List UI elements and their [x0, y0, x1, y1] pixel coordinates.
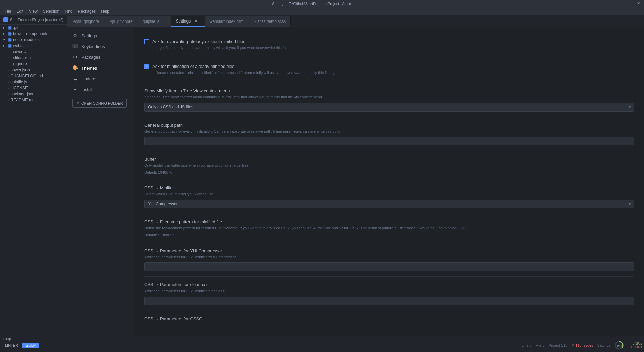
status-tag-linter[interactable]: LINTER	[2, 343, 21, 348]
tree-item-readme-md[interactable]: ·README.md	[0, 97, 67, 103]
close-button[interactable]: ✕	[636, 1, 641, 6]
input-general-output-path[interactable]	[144, 137, 634, 145]
setting-desc-general-output-path: General output path for every minificati…	[144, 129, 634, 134]
tab-label-css-gitignore: ~\css .gitignore	[72, 19, 99, 24]
menu-item-edit[interactable]: Edit	[14, 8, 26, 14]
setting-title-css-filename-pattern: CSS → Filename pattern for minified file	[144, 219, 634, 224]
file-tree-sidebar: StartFrontendProject [master ↑2] ▸▣.git▸…	[0, 15, 67, 336]
settings-nav-icon: ⚙	[72, 33, 78, 38]
themes-nav-icon: 🎨	[72, 65, 78, 71]
maximize-button[interactable]: □	[629, 1, 634, 6]
tree-item-label: webstart	[13, 43, 28, 48]
setting-title-css-params-clean: CSS → Parameters for clean-css	[144, 282, 634, 287]
status-tags: LINTERGULP	[2, 343, 39, 348]
settings-nav-keybindings[interactable]: ⌨Keybindings	[67, 41, 134, 52]
menu-item-packages[interactable]: Packages	[75, 8, 99, 14]
updates-nav-icon: ☁	[72, 76, 78, 81]
updates-nav-label: Updates	[81, 76, 97, 81]
status-bar-bottom: LINTERGULP Line 0 File 0 Project 116 ✕ 1…	[0, 342, 644, 349]
tab-css-gitignore[interactable]: ~\css .gitignore	[67, 16, 104, 27]
setting-css-params-yui: CSS → Parameters for YUI Compressor Addi…	[144, 243, 634, 277]
status-tag-gulp[interactable]: GULP	[22, 343, 39, 348]
tab-settings[interactable]: Settings✕	[171, 16, 205, 27]
settings-nav-updates[interactable]: ☁Updates	[67, 73, 134, 84]
tree-item--editorconfig[interactable]: ·.editorconfig	[0, 55, 67, 61]
tree-item-bower-json[interactable]: ·bower.json	[0, 67, 67, 73]
tree-item-label: bower_components	[13, 31, 48, 36]
project-header: StartFrontendProject [master ↑2]	[0, 15, 67, 25]
setting-desc-css-params-clean: Additional parameters for CSS minifier '…	[144, 288, 634, 294]
tree-item-label: node_modules	[13, 37, 40, 42]
setting-desc-buffer: Only modify the buffer size when you hav…	[144, 163, 634, 168]
setting-default-buffer: Default: 1048576	[144, 170, 634, 174]
tree-item-node-modules[interactable]: ▾▣node_modules	[0, 37, 67, 43]
tab-close-settings[interactable]: ✕	[194, 18, 198, 24]
settings-nav-install[interactable]: +Install	[67, 84, 134, 95]
progress-circle: 59%	[614, 341, 624, 350]
setting-css-minifier: CSS → Minifier Select which CSS minifier…	[144, 180, 634, 214]
menu-item-file[interactable]: File	[2, 8, 14, 14]
open-config-button[interactable]: ↗ OPEN CONFIG FOLDER	[72, 99, 127, 108]
file-tree: ▸▣.git▸▣bower_components▾▣node_modules▸▣…	[0, 25, 67, 103]
select-css-minifier[interactable]: YUI Compressorclean-cssCSSO	[144, 200, 634, 208]
project-info: Project 116	[549, 343, 568, 347]
setting-ask-minification: Ask for minification of already minified…	[144, 58, 634, 83]
menu-item-selection[interactable]: Selection	[40, 8, 62, 14]
tab-label-js-gitignore: ~\js .gitignore	[109, 19, 133, 24]
packages-nav-label: Packages	[81, 55, 100, 60]
setting-title-show-minify-item: Show Minify-item in Tree View context me…	[144, 88, 634, 93]
setting-desc-ask-minification: If filename contains '.min.', '.minified…	[152, 70, 340, 76]
setting-title-general-output-path: General output path	[144, 123, 634, 128]
input-css-params-clean[interactable]	[144, 297, 634, 305]
tab-scss-demo[interactable]: ~\scss demo.scss	[249, 16, 291, 27]
tree-item-package-json[interactable]: ·package.json	[0, 91, 67, 97]
tree-item--bowerrc[interactable]: ·.bowerrc	[0, 49, 67, 55]
select-show-minify-item[interactable]: Only on CSS and JS filesAlwaysNever	[144, 103, 634, 112]
tree-item-license[interactable]: ·LICENSE	[0, 85, 67, 91]
setting-title-buffer: Buffer	[144, 157, 634, 162]
file-icon: ·	[8, 74, 9, 78]
svg-text:59%: 59%	[617, 345, 622, 347]
file-icon: ·	[8, 55, 9, 60]
project-name: StartFrontendProject [master ↑2]	[10, 18, 63, 22]
folder-arrow-icon: ▸	[3, 26, 7, 29]
menu-item-view[interactable]: View	[26, 8, 40, 14]
file-info: File 0	[536, 343, 545, 347]
tab-webstart-index[interactable]: webstart index.html	[205, 16, 249, 27]
tree-item-label: LICENSE	[10, 86, 28, 90]
project-icon	[3, 17, 8, 22]
tree-item-changelog-md[interactable]: ·CHANGELOG.md	[0, 73, 67, 79]
net-stats: ↑ 0.3K/s ↓ 16.6K/s	[628, 342, 642, 349]
open-config-label: OPEN CONFIG FOLDER	[81, 101, 123, 105]
tree-item--git[interactable]: ▸▣.git	[0, 25, 67, 31]
tree-item-bower-components[interactable]: ▸▣bower_components	[0, 31, 67, 37]
tab-js-gitignore[interactable]: ~\js .gitignore	[104, 16, 138, 27]
checkbox-ask-minification[interactable]	[144, 64, 149, 69]
settings-nav-settings[interactable]: ⚙Settings	[67, 30, 134, 41]
tree-item-label: gulpfile.js	[10, 80, 27, 84]
title-bar: Settings - E:\Github\StartFrontendProjec…	[0, 0, 644, 7]
setting-desc-show-minify-item: If enbaled, Tree View context menu conta…	[144, 94, 634, 100]
menu-item-help[interactable]: Help	[98, 8, 112, 14]
tree-item-label: .editorconfig	[10, 55, 32, 60]
input-css-params-yui[interactable]	[144, 262, 634, 271]
install-nav-icon: +	[72, 87, 78, 92]
settings-nav-packages[interactable]: ⚙Packages	[67, 52, 134, 62]
tree-item-webstart[interactable]: ▸▣webstart	[0, 43, 67, 49]
setting-buffer: Buffer Only modify the buffer size when …	[144, 151, 634, 180]
minimize-button[interactable]: —	[620, 1, 627, 6]
menu-item-find[interactable]: Find	[62, 8, 75, 14]
settings-nav-themes[interactable]: 🎨Themes	[67, 62, 134, 73]
tab-label-gulpfile: gulpfile.js	[143, 19, 159, 24]
window-controls: — □ ✕	[620, 1, 641, 6]
setting-show-minify-item: Show Minify-item in Tree View context me…	[144, 83, 634, 117]
tab-gulpfile[interactable]: gulpfile.js	[138, 16, 171, 27]
issues-count[interactable]: ✕ 116 Issues	[571, 343, 593, 348]
setting-title-ask-minification: Ask for minification of already minified…	[152, 64, 340, 69]
folder-icon: ▣	[8, 25, 12, 30]
setting-general-output-path: General output path General output path …	[144, 117, 634, 151]
themes-nav-label: Themes	[81, 65, 97, 71]
tree-item--gitignore[interactable]: ·.gitignore	[0, 61, 67, 67]
checkbox-ask-overwrite[interactable]	[144, 39, 149, 44]
tree-item-gulpfile-js[interactable]: ·gulpfile.js	[0, 79, 67, 85]
